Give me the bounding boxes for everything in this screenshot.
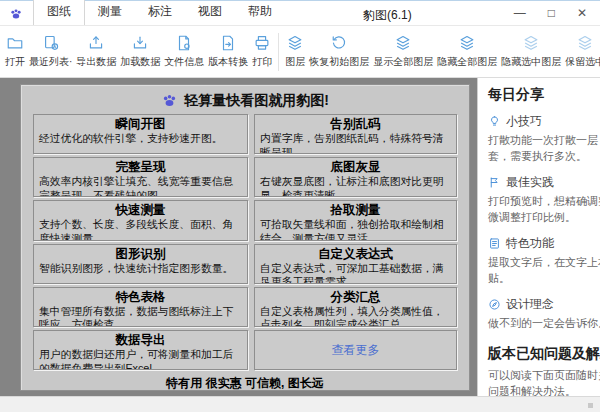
hide-selected-layers-icon — [522, 34, 540, 52]
show-all-layers-button[interactable]: 显示全部图层 — [371, 32, 435, 71]
hide-selected-layers-button[interactable]: 隐藏选中图层 — [499, 32, 563, 71]
window-controls: — □ ✕ — [503, 4, 598, 22]
tab-drawing[interactable]: 图纸 — [33, 0, 85, 25]
feature-desc: 支持个数、长度、多段线长度、面积、角度快速测量。 — [39, 218, 242, 240]
feature-desc: 用户的数据归还用户，可将测量和加工后的数据免费导出到Excel。 — [39, 348, 242, 370]
toolbar-label: 最近列表· — [29, 55, 72, 69]
layers-button[interactable]: 图层 — [283, 32, 307, 71]
version-convert-button[interactable]: 版本转换 — [206, 32, 250, 71]
toolbar-label: 打开 — [5, 55, 25, 69]
toolbar-label: 加载数据 — [120, 55, 160, 69]
feature-cell-fast-measure: 快速测量 支持个数、长度、多段线长度、面积、角度快速测量。 — [33, 200, 248, 240]
daily-share-title: 每日分享 — [488, 86, 600, 104]
feature-cell-more: 查看更多 — [254, 330, 457, 370]
drawing-canvas[interactable]: 轻算量快看图就用豹图! 瞬间开图 经过优化的软件引擎，支持秒速开图。 告别乱码 … — [0, 78, 477, 396]
feature-title: 底图灰显 — [260, 159, 451, 175]
feature-title: 数据导出 — [39, 332, 242, 348]
feature-title: 拾取测量 — [260, 202, 451, 218]
export-data-icon — [87, 34, 105, 52]
toolbar-label: 图层 — [285, 55, 305, 69]
known-issues-text: 可以阅读下面页面随时关注已被发现的问题和解决办法。 — [488, 368, 600, 396]
load-data-icon — [131, 34, 149, 52]
promo-dialog-header: 轻算量快看图就用豹图! — [33, 90, 457, 111]
load-data-button[interactable]: 加载数据 — [118, 32, 162, 71]
hide-all-layers-icon — [458, 34, 476, 52]
keep-selected-layers-icon — [576, 34, 594, 52]
tip-label: 小技巧 — [506, 113, 542, 130]
window-title: 豹图(6.1) — [363, 7, 412, 24]
promo-dialog-slogan: 特有用 很实惠 可信赖, 图长远 — [33, 375, 457, 391]
toolbar-label: 版本转换 — [208, 55, 248, 69]
file-info-icon — [175, 34, 193, 52]
recent-list-icon — [42, 34, 60, 52]
restore-layers-icon — [330, 34, 348, 52]
feature-desc: 自定义表格属性列，填入分类属性值，点击列名，即刻完成分类汇总。 — [260, 305, 451, 327]
toolbar-label: 保留选中 — [565, 55, 600, 69]
tip-text: 打印预览时，想精确调整打印大小，可微调整打印比例。 — [488, 194, 600, 226]
open-button[interactable]: 打开 — [3, 32, 27, 71]
feature-title: 图形识别 — [39, 246, 242, 262]
print-button[interactable]: 打印 — [250, 32, 274, 71]
tip-header: 最佳实践 — [488, 174, 600, 191]
app-logo-paw-icon — [9, 7, 23, 21]
file-info-button[interactable]: 文件信息 — [162, 32, 206, 71]
feature-title: 分类汇总 — [260, 289, 451, 305]
tip-header: 设计理念 — [488, 296, 600, 313]
restore-initial-layers-button[interactable]: 恢复初始图层 — [307, 32, 371, 71]
tab-view[interactable]: 视图 — [185, 0, 235, 25]
baotu-paw-logo-icon — [161, 92, 178, 109]
feature-cell-no-garbled: 告别乱码 内置字库，告别图纸乱码，特殊符号清晰呈现。 — [254, 114, 457, 154]
feature-desc: 自定义表达式，可深加工基础数据，满足更多工程量需求。 — [260, 262, 451, 284]
tab-measure[interactable]: 测量 — [85, 0, 135, 25]
maximize-button[interactable]: □ — [537, 4, 566, 22]
feature-title: 瞬间开图 — [39, 116, 242, 132]
toolbar-label: 隐藏全部图层 — [437, 55, 497, 69]
close-button[interactable]: ✕ — [566, 4, 598, 22]
export-data-button[interactable]: 导出数据 — [74, 32, 118, 71]
promo-dialog-title: 轻算量快看图就用豹图! — [184, 92, 329, 110]
tab-help[interactable]: 帮助 — [235, 0, 285, 25]
tip-section-design-philosophy: 设计理念 做不到的一定会告诉你。 — [488, 296, 600, 332]
layers-icon — [286, 34, 304, 52]
feature-cell-special-table: 特色表格 集中管理所有数据，数据与图纸标注上下呼应，方便检查。 — [33, 287, 248, 327]
version-convert-icon — [219, 34, 237, 52]
toolbar: 打开 最近列表· 导出数据 加载数据 — [0, 26, 600, 78]
feature-cell-pick-measure: 拾取测量 可拾取矢量线和面，独创拾取和绘制相结合，测量方便又灵活。 — [254, 200, 457, 240]
tip-text: 提取文字后，在文字上右键才能复制粘贴。 — [488, 255, 600, 287]
feature-desc: 智能识别图形，快速统计指定图形数量。 — [39, 262, 242, 276]
feature-desc: 经过优化的软件引擎，支持秒速开图。 — [39, 132, 242, 146]
feature-title: 特色表格 — [39, 289, 242, 305]
tip-section-best-practice: 最佳实践 打印预览时，想精确调整打印大小，可微调整打印比例。 — [488, 174, 600, 226]
toolbar-separator — [278, 33, 279, 71]
tip-text: 做不到的一定会告诉你。 — [488, 316, 600, 332]
feature-desc: 集中管理所有数据，数据与图纸标注上下呼应，方便检查。 — [39, 305, 242, 327]
see-more-link[interactable]: 查看更多 — [332, 342, 380, 359]
toolbar-label: 打印 — [252, 55, 272, 69]
title-bar: 图纸 测量 标注 视图 帮助 豹图(6.1) — □ ✕ — [0, 0, 600, 26]
feature-desc: 高效率内核引擎让填充、线宽等重要信息完整呈现，不看残缺的图。 — [39, 175, 242, 197]
resize-grip[interactable] — [588, 403, 593, 408]
toolbar-label: 恢复初始图层 — [309, 55, 369, 69]
compass-icon — [488, 298, 501, 311]
feature-cell-instant-open: 瞬间开图 经过优化的软件引擎，支持秒速开图。 — [33, 114, 248, 154]
tip-text: 打散功能一次打散一层，如果有多层嵌套，需要执行多次。 — [488, 133, 600, 165]
feature-cell-classify-summary: 分类汇总 自定义表格属性列，填入分类属性值，点击列名，即刻完成分类汇总。 — [254, 287, 457, 327]
feature-cell-custom-expression: 自定义表达式 自定义表达式，可深加工基础数据，满足更多工程量需求。 — [254, 244, 457, 284]
feature-table: 瞬间开图 经过优化的软件引擎，支持秒速开图。 告别乱码 内置字库，告别图纸乱码，… — [33, 114, 457, 370]
status-bar — [0, 396, 600, 412]
toolbar-label: 显示全部图层 — [373, 55, 433, 69]
feature-cell-gray-underlay: 底图灰显 右键灰显底图，让标注和底图对比更明显，检查更清晰。 — [254, 157, 457, 197]
lightbulb-icon — [488, 115, 501, 128]
toolbar-label: 导出数据 — [76, 55, 116, 69]
tip-header: 特色功能 — [488, 235, 600, 252]
promo-dialog: 轻算量快看图就用豹图! 瞬间开图 经过优化的软件引擎，支持秒速开图。 告别乱码 … — [20, 84, 470, 391]
keep-selected-button[interactable]: 保留选中 — [563, 32, 600, 71]
feature-cell-data-export: 数据导出 用户的数据归还用户，可将测量和加工后的数据免费导出到Excel。 — [33, 330, 248, 370]
toolbar-label: 隐藏选中图层 — [501, 55, 561, 69]
tab-annotate[interactable]: 标注 — [135, 0, 185, 25]
minimize-button[interactable]: — — [503, 4, 537, 22]
tip-label: 最佳实践 — [506, 174, 554, 191]
recent-list-button[interactable]: 最近列表· — [27, 32, 74, 71]
feature-cell-complete-render: 完整呈现 高效率内核引擎让填充、线宽等重要信息完整呈现，不看残缺的图。 — [33, 157, 248, 197]
hide-all-layers-button[interactable]: 隐藏全部图层 — [435, 32, 499, 71]
